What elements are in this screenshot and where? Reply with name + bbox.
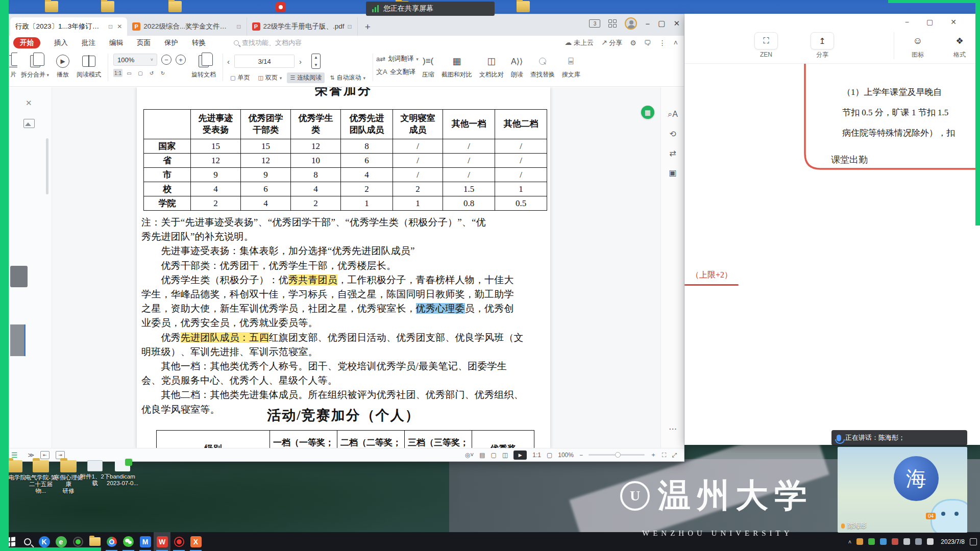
present-icon[interactable]: ⊡ xyxy=(236,23,241,30)
status-zoom-out-icon[interactable]: − xyxy=(579,452,583,459)
mm-minimize-button[interactable]: − xyxy=(905,18,909,26)
taskbar-bandicam-rec-icon[interactable] xyxy=(170,532,187,551)
page-thumbnail[interactable] xyxy=(10,266,28,287)
menu-item-2[interactable]: 批注 xyxy=(82,38,95,47)
zen-mode-button[interactable]: ⛶ ZEN xyxy=(750,32,782,59)
page-mode-icon[interactable]: ▢ xyxy=(491,452,497,459)
location-pin-icon[interactable] xyxy=(276,2,286,12)
new-tab-button[interactable]: + xyxy=(365,21,371,33)
jump-icon[interactable]: ≫ xyxy=(28,452,35,459)
desktop-item-4[interactable]: bandicam 2023-07-0... xyxy=(106,460,139,487)
menu-item-5[interactable]: 保护 xyxy=(164,38,178,47)
compress-button[interactable]: )≡( 压缩 xyxy=(419,53,438,80)
window-panel-icon[interactable]: ▣ xyxy=(661,168,684,178)
app-grid-icon[interactable] xyxy=(608,19,617,28)
mm-share-button[interactable]: ↥ 分享 xyxy=(806,32,839,59)
document-tab-1[interactable]: P2022级综合...奖学金文件讲解⊡ xyxy=(127,17,247,36)
screenshot-compare-button[interactable]: ▦ 截图和对比 xyxy=(438,53,476,80)
continuous-read-button[interactable]: ☰连续阅读 xyxy=(287,72,325,83)
tray-icon[interactable] xyxy=(915,538,922,545)
read-aloud-button[interactable]: A⟩⟩ 朗读 xyxy=(507,53,527,80)
wps-assistant-badge[interactable]: ▦ xyxy=(641,106,654,119)
taskbar-wechat-icon[interactable] xyxy=(120,532,137,551)
compare-slider-icon[interactable]: ⇄ xyxy=(661,148,684,158)
minimize-button[interactable]: − xyxy=(645,19,650,28)
autoscroll-button[interactable]: ⇅自动滚动▾ xyxy=(327,72,369,83)
more-menu-icon[interactable]: ⋮ xyxy=(659,39,666,47)
zoom-out-icon[interactable]: − xyxy=(161,55,172,65)
share-button[interactable]: ↗ 分享 xyxy=(601,38,622,47)
maximize-button[interactable]: ▢ xyxy=(658,19,665,28)
menu-item-6[interactable]: 转换 xyxy=(192,38,206,47)
menu-item-0[interactable]: 开始 xyxy=(13,37,40,48)
sidebar-scrollbar[interactable] xyxy=(46,138,48,194)
tray-icon[interactable] xyxy=(868,538,875,545)
tray-date[interactable]: 2023/7/8 xyxy=(941,538,965,545)
tray-icon[interactable] xyxy=(880,538,887,545)
actual-size-icon[interactable]: 1:1 xyxy=(113,69,122,77)
document-tab-2[interactable]: P22级学生手册电子版、.pdf⊡ xyxy=(247,17,358,36)
zoom-in-icon[interactable]: + xyxy=(176,55,186,65)
menu-item-3[interactable]: 编辑 xyxy=(109,38,123,47)
word-translate-button[interactable]: a⇄划词翻译▾ xyxy=(376,55,419,63)
rotate-right-icon[interactable]: ↻ xyxy=(158,69,167,77)
find-replace-button[interactable]: 查找替换 xyxy=(527,53,558,80)
taskbar-chrome-icon[interactable] xyxy=(103,532,120,551)
presentation-mode-icon[interactable]: 3 xyxy=(589,19,600,28)
desktop-folder-icon[interactable] xyxy=(101,1,114,12)
status-zoom-in-icon[interactable]: ＋ xyxy=(650,450,656,459)
mindmap-node-label[interactable]: 课堂出勤 xyxy=(831,154,868,166)
single-page-mode-icon[interactable]: ▤ xyxy=(479,452,485,459)
rotate-doc-button[interactable]: 旋转文档 xyxy=(188,53,219,80)
fit-page-icon[interactable]: ▢ xyxy=(136,69,145,77)
tray-icon[interactable] xyxy=(856,538,863,545)
search-library-button[interactable]: ⌸ 搜文库 xyxy=(558,53,584,80)
present-icon[interactable]: ⊡ xyxy=(108,23,113,30)
next-page-icon[interactable]: › xyxy=(299,57,302,66)
menu-item-1[interactable]: 插入 xyxy=(54,38,68,47)
sticker-button[interactable]: ☺ 图标 xyxy=(901,32,934,59)
desktop-folder-icon[interactable] xyxy=(168,1,182,12)
participant-video-tile[interactable]: 海 04 陈海彤 xyxy=(838,447,967,533)
menu-item-4[interactable]: 页面 xyxy=(137,38,151,47)
find-text-icon[interactable]: ⌕A xyxy=(661,110,684,119)
read-mode-button[interactable]: 阅读模式 xyxy=(73,53,105,80)
page-thumbnail-selected[interactable] xyxy=(10,324,26,356)
view-mode-icon[interactable]: ◎˅ xyxy=(465,452,474,459)
double-page-mode-icon[interactable]: ◫ xyxy=(502,452,508,459)
taskbar-meeting-icon[interactable]: M xyxy=(137,532,154,551)
close-sidebar-icon[interactable]: ✕ xyxy=(26,98,32,108)
page-indicator[interactable]: 3/14 xyxy=(234,55,295,68)
tray-icon[interactable] xyxy=(927,538,934,545)
zoom-select[interactable]: 100%˅ xyxy=(113,54,157,66)
more-tools-icon[interactable]: ⋯ xyxy=(661,424,684,434)
desktop-folder-icon[interactable] xyxy=(517,1,530,12)
split-merge-button[interactable]: 拆分合并 ▾ xyxy=(17,53,53,80)
doc-compare-button[interactable]: ◫ 文档比对 xyxy=(476,53,507,80)
zoom-slider[interactable] xyxy=(589,454,645,456)
search-box[interactable]: 查找功能、文档内容 xyxy=(234,38,302,47)
play-button[interactable]: ▶ 播放 xyxy=(53,53,73,80)
fit-width-icon[interactable]: ▭ xyxy=(125,69,134,77)
actual-size-status-icon[interactable]: 1:1 xyxy=(532,452,541,459)
settings-gear-icon[interactable]: ⚙ xyxy=(630,39,636,47)
toolbar-clipped-button[interactable]: 片 xyxy=(9,53,17,80)
image-panel-icon[interactable] xyxy=(23,119,35,128)
cloud-status[interactable]: ☁ 未上云 xyxy=(565,38,594,47)
document-tab-0[interactable]: 行政〔2023〕1...3年修订）.pdf⊡✕ xyxy=(10,17,127,36)
notification-center-icon[interactable] xyxy=(970,538,977,545)
mindmap-canvas[interactable]: （1）上学年课堂及早晚自节扣 0.5 分，旷课 1 节扣 1.5病住院等特殊情况… xyxy=(684,64,980,445)
refresh-icon[interactable]: ⟲ xyxy=(661,129,684,139)
rotate-left-icon[interactable]: ↺ xyxy=(147,69,156,77)
expand-icon[interactable]: ⤢ xyxy=(672,452,677,459)
presentation-play-button[interactable]: ▶ xyxy=(513,450,527,460)
taskbar-xmind-icon[interactable]: X xyxy=(187,532,204,551)
account-avatar[interactable] xyxy=(625,17,637,30)
first-page-icon[interactable]: ⇤ xyxy=(40,451,50,459)
tray-expand-icon[interactable]: ˄ xyxy=(848,539,851,545)
autoscroll-icon[interactable]: ▲▼ xyxy=(311,54,321,69)
single-page-button[interactable]: ▢单页 xyxy=(227,72,253,83)
full-translate-button[interactable]: 文A全文翻译 xyxy=(376,67,419,77)
comment-icon[interactable]: 🗨 xyxy=(644,39,651,47)
double-page-button[interactable]: ◫双页▾ xyxy=(255,72,285,83)
